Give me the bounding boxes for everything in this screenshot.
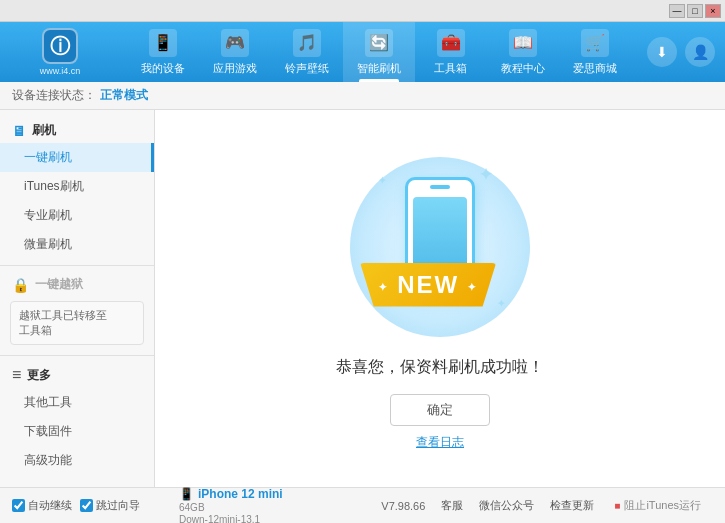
skip-wizard-checkbox[interactable] [80, 499, 93, 512]
more-section-icon: ≡ [12, 366, 21, 384]
main-content: 🖥 刷机 一键刷机 iTunes刷机 专业刷机 微量刷机 🔒 一键越狱 越狱工具… [0, 110, 725, 487]
confirm-button[interactable]: 确定 [390, 394, 490, 426]
itunes-status-text: 阻止iTunes运行 [624, 498, 701, 513]
flash-section-label: 刷机 [32, 122, 56, 139]
success-text: 恭喜您，保资料刷机成功啦！ [336, 357, 544, 378]
nav-toolbox-icon: 🧰 [437, 29, 465, 57]
nav-apps-icon: 🎮 [221, 29, 249, 57]
nav-tutorials-label: 教程中心 [501, 61, 545, 76]
bottom-bar: 自动继续 跳过向导 📱 iPhone 12 mini 64GB Down-12m… [0, 487, 725, 523]
jailbreak-section-label: 一键越狱 [35, 276, 83, 293]
status-value: 正常模式 [100, 87, 148, 104]
sidebar-item-itunes-flash[interactable]: iTunes刷机 [0, 172, 154, 201]
advanced-label: 高级功能 [24, 452, 72, 469]
status-bar: 设备连接状态： 正常模式 [0, 82, 725, 110]
nav-ringtones-icon: 🎵 [293, 29, 321, 57]
micro-flash-label: 微量刷机 [24, 236, 72, 253]
nav-tutorials-icon: 📖 [509, 29, 537, 57]
nav-store-icon: 🛒 [581, 29, 609, 57]
sidebar-section-more: ≡ 更多 [0, 362, 154, 388]
nav-smart-flash-label: 智能刷机 [357, 61, 401, 76]
nav-ringtones-label: 铃声壁纸 [285, 61, 329, 76]
nav-smart-flash-icon: 🔄 [365, 29, 393, 57]
sidebar-item-other-tools[interactable]: 其他工具 [0, 388, 154, 417]
sidebar-item-advanced[interactable]: 高级功能 [0, 446, 154, 475]
auto-continue-checkbox[interactable] [12, 499, 25, 512]
star-bottom-right: ✦ [497, 298, 505, 309]
title-bar: — □ × [0, 0, 725, 22]
more-section-label: 更多 [27, 367, 51, 384]
checkbox-skip-wizard[interactable]: 跳过向导 [80, 498, 140, 513]
nav-item-tutorials[interactable]: 📖 教程中心 [487, 22, 559, 82]
sidebar-item-onekey-flash[interactable]: 一键刷机 [0, 143, 154, 172]
itunes-flash-label: iTunes刷机 [24, 178, 84, 195]
new-badge: ✦ NEW ✦ [360, 263, 496, 307]
flash-section-icon: 🖥 [12, 123, 26, 139]
nav-item-smart-flash[interactable]: 🔄 智能刷机 [343, 22, 415, 82]
onekey-flash-label: 一键刷机 [24, 149, 72, 166]
sidebar: 🖥 刷机 一键刷机 iTunes刷机 专业刷机 微量刷机 🔒 一键越狱 越狱工具… [0, 110, 155, 487]
lock-icon: 🔒 [12, 277, 29, 293]
nav-store-label: 爱思商城 [573, 61, 617, 76]
nav-toolbox-label: 工具箱 [434, 61, 467, 76]
nav-right: ⬇ 👤 [647, 37, 715, 67]
center-area: ✦ ✦ ✦ ✦ NEW ✦ 恭喜您，保资料刷机成功啦！ 确定 [155, 110, 725, 487]
divider-2 [0, 355, 154, 356]
nav-item-store[interactable]: 🛒 爱思商城 [559, 22, 631, 82]
nav-item-toolbox[interactable]: 🧰 工具箱 [415, 22, 487, 82]
nav-device-label: 我的设备 [141, 61, 185, 76]
download-button[interactable]: ⬇ [647, 37, 677, 67]
new-text: NEW [397, 271, 459, 298]
version-text: V7.98.66 [381, 500, 425, 512]
top-nav: ⓘ www.i4.cn 📱 我的设备 🎮 应用游戏 🎵 铃声壁纸 🔄 智能刷机 … [0, 22, 725, 82]
device-name-text: iPhone 12 mini [198, 487, 283, 501]
nav-items: 📱 我的设备 🎮 应用游戏 🎵 铃声壁纸 🔄 智能刷机 🧰 工具箱 📖 教程中心… [110, 22, 647, 82]
phone-speaker [430, 185, 450, 189]
itunes-status: ■ 阻止iTunes运行 [602, 498, 713, 513]
sidebar-item-micro-flash[interactable]: 微量刷机 [0, 230, 154, 259]
device-name: 📱 iPhone 12 mini [179, 487, 283, 501]
close-button[interactable]: × [705, 4, 721, 18]
new-ribbon-text: ✦ NEW ✦ [360, 263, 496, 307]
sidebar-section-flash: 🖥 刷机 [0, 118, 154, 143]
minimize-button[interactable]: — [669, 4, 685, 18]
skip-wizard-label: 跳过向导 [96, 498, 140, 513]
maximize-button[interactable]: □ [687, 4, 703, 18]
divider-1 [0, 265, 154, 266]
sidebar-item-pro-flash[interactable]: 专业刷机 [0, 201, 154, 230]
device-phone-icon: 📱 [179, 487, 194, 501]
secondary-link[interactable]: 查看日志 [416, 434, 464, 451]
device-storage: 64GB [179, 502, 283, 513]
success-illustration: ✦ ✦ ✦ ✦ NEW ✦ [340, 147, 540, 347]
download-firmware-label: 下载固件 [24, 423, 72, 440]
star-top-left: ✦ [378, 175, 386, 186]
device-version: Down-12mini-13,1 [179, 514, 283, 524]
user-button[interactable]: 👤 [685, 37, 715, 67]
nav-item-apps[interactable]: 🎮 应用游戏 [199, 22, 271, 82]
title-bar-buttons: — □ × [669, 4, 721, 18]
auto-continue-label: 自动继续 [28, 498, 72, 513]
check-update-link[interactable]: 检查更新 [550, 498, 594, 513]
sidebar-section-jailbreak: 🔒 一键越狱 [0, 272, 154, 297]
nav-device-icon: 📱 [149, 29, 177, 57]
sidebar-item-download-firmware[interactable]: 下载固件 [0, 417, 154, 446]
customer-service-link[interactable]: 客服 [441, 498, 463, 513]
checkbox-auto-continue[interactable]: 自动继续 [12, 498, 72, 513]
bottom-left: 自动继续 跳过向导 [12, 498, 167, 513]
nav-item-ringtones[interactable]: 🎵 铃声壁纸 [271, 22, 343, 82]
nav-apps-label: 应用游戏 [213, 61, 257, 76]
logo-area: ⓘ www.i4.cn [10, 28, 110, 76]
star-top-right: ✦ [479, 165, 492, 184]
stop-icon: ■ [614, 500, 620, 511]
bottom-right: V7.98.66 客服 微信公众号 检查更新 [381, 498, 594, 513]
jailbreak-notice: 越狱工具已转移至工具箱 [10, 301, 144, 345]
status-label: 设备连接状态： [12, 87, 96, 104]
logo-icon: ⓘ [42, 28, 78, 64]
wechat-link[interactable]: 微信公众号 [479, 498, 534, 513]
pro-flash-label: 专业刷机 [24, 207, 72, 224]
device-info-area: 📱 iPhone 12 mini 64GB Down-12mini-13,1 [167, 487, 295, 524]
nav-item-my-device[interactable]: 📱 我的设备 [127, 22, 199, 82]
jailbreak-notice-text: 越狱工具已转移至工具箱 [19, 309, 107, 336]
logo-text: www.i4.cn [40, 66, 81, 76]
other-tools-label: 其他工具 [24, 394, 72, 411]
